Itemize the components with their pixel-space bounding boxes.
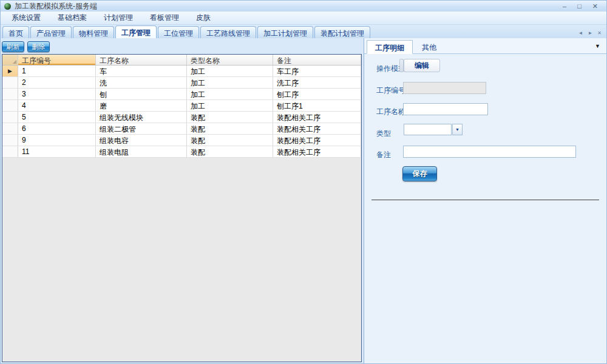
column-header-type-name[interactable]: 类型名称 <box>187 55 273 66</box>
maximize-icon[interactable]: □ <box>577 1 582 12</box>
table-row[interactable]: 9 组装电容 装配 装配相关工序 <box>2 135 361 146</box>
mode-toggle-nub[interactable] <box>399 59 404 72</box>
menu-bar: 系统设置 基础档案 计划管理 看板管理 皮肤 <box>1 12 606 25</box>
document-tabstrip: 首页 产品管理 物料管理 工序管理 工位管理 工艺路线管理 加工计划管理 装配计… <box>1 25 606 38</box>
table-row[interactable]: ▶ 1 车 加工 车工序 <box>2 66 361 77</box>
grid-cell[interactable]: 装配 <box>187 146 273 157</box>
close-icon[interactable]: ✕ <box>592 1 598 12</box>
refresh-button[interactable]: 刷新 <box>2 41 24 52</box>
grid-header-row: ◢ 工序编号 工序名称 类型名称 备注 <box>2 55 361 66</box>
row-indicator[interactable] <box>2 77 18 88</box>
grid-cell[interactable]: 2 <box>18 77 96 88</box>
grid-cell[interactable]: 6 <box>18 123 96 134</box>
close-tab-icon[interactable]: ✕ <box>597 30 602 36</box>
grid-cell[interactable]: 组装无线模块 <box>96 112 187 123</box>
row-indicator[interactable]: ▶ <box>2 66 18 76</box>
detail-form: 操作模式 编辑 工序编号 工序名称 类型 ▼ 备注 保存 <box>364 38 606 363</box>
grid-cell[interactable]: 组装电容 <box>96 135 187 146</box>
column-header-process-name[interactable]: 工序名称 <box>96 55 187 66</box>
grid-cell[interactable]: 1 <box>18 66 96 76</box>
row-indicator[interactable] <box>2 100 18 111</box>
menu-item-skin[interactable]: 皮肤 <box>188 11 219 25</box>
grid-cell[interactable]: 加工 <box>187 89 273 99</box>
scroll-left-icon[interactable]: ◄ <box>578 30 583 36</box>
grid-toolbar: 刷新 删除 <box>1 38 364 54</box>
remark-field[interactable] <box>403 146 576 158</box>
process-name-label: 工序名称 <box>376 107 405 117</box>
grid-cell[interactable]: 加工 <box>187 66 273 76</box>
grid-cell[interactable]: 刨工序 <box>273 89 361 99</box>
table-row[interactable]: 6 组装二极管 装配 装配相关工序 <box>2 123 361 135</box>
grid-cell[interactable]: 11 <box>18 146 96 157</box>
type-combo-dropdown-button[interactable]: ▼ <box>452 124 463 135</box>
process-grid: ◢ 工序编号 工序名称 类型名称 备注 ▶ 1 车 加工 车工序 2 洗 <box>2 54 362 362</box>
grid-cell[interactable]: 装配 <box>187 135 273 146</box>
select-all-triangle-icon: ◢ <box>13 59 16 64</box>
current-row-arrow-icon: ▶ <box>8 68 12 74</box>
row-indicator[interactable] <box>2 146 18 157</box>
grid-pane: 刷新 删除 ◢ 工序编号 工序名称 类型名称 备注 ▶ 1 车 加工 车工序 <box>1 38 364 363</box>
window-title: 加工装配模拟系统-服务端 <box>15 1 97 12</box>
grid-cell[interactable]: 洗 <box>96 77 187 88</box>
grid-cell[interactable]: 车工序 <box>273 66 361 76</box>
grid-cell[interactable]: 加工 <box>187 77 273 88</box>
grid-cell[interactable]: 3 <box>18 89 96 99</box>
grid-cell[interactable]: 刨 <box>96 89 187 99</box>
tab-station-management[interactable]: 工位管理 <box>158 26 199 38</box>
grid-cell[interactable]: 车 <box>96 66 187 76</box>
delete-button[interactable]: 删除 <box>27 41 50 52</box>
tab-material-management[interactable]: 物料管理 <box>73 26 114 38</box>
grid-cell[interactable]: 装配相关工序 <box>273 146 361 157</box>
edit-mode-button[interactable]: 编辑 <box>404 59 440 72</box>
panel-divider <box>371 200 599 200</box>
grid-cell[interactable]: 装配相关工序 <box>273 112 361 123</box>
row-indicator[interactable] <box>2 89 18 99</box>
grid-cell[interactable]: 5 <box>18 112 96 123</box>
grid-cell[interactable]: 磨 <box>96 100 187 111</box>
type-combo-field[interactable] <box>404 124 452 135</box>
grid-cell[interactable]: 装配 <box>187 112 273 123</box>
process-code-label: 工序编号 <box>376 86 405 96</box>
minimize-icon[interactable]: – <box>563 1 566 12</box>
menu-item-base-archive[interactable]: 基础档案 <box>49 11 95 25</box>
grid-cell[interactable]: 加工 <box>187 100 273 111</box>
tab-process-management[interactable]: 工序管理 <box>115 25 157 38</box>
tab-home[interactable]: 首页 <box>2 26 29 38</box>
grid-cell[interactable]: 装配相关工序 <box>273 123 361 134</box>
tab-product-management[interactable]: 产品管理 <box>30 26 72 38</box>
process-code-field[interactable] <box>403 82 486 94</box>
title-bar: 加工装配模拟系统-服务端 – □ ✕ <box>1 1 606 12</box>
tab-assembly-plan-management[interactable]: 装配计划管理 <box>314 26 370 38</box>
table-row[interactable]: 2 洗 加工 洗工序 <box>2 77 361 89</box>
table-row[interactable]: 3 刨 加工 刨工序 <box>2 89 361 100</box>
table-row[interactable]: 11 组装电阻 装配 装配相关工序 <box>2 146 361 158</box>
menu-item-board-management[interactable]: 看板管理 <box>141 11 188 25</box>
grid-cell[interactable]: 洗工序 <box>273 77 361 88</box>
select-all-cell[interactable]: ◢ <box>2 55 18 66</box>
process-name-field[interactable] <box>403 103 488 115</box>
column-header-remark[interactable]: 备注 <box>273 55 361 66</box>
column-header-process-code[interactable]: 工序编号 <box>18 55 96 66</box>
tab-machining-plan-management[interactable]: 加工计划管理 <box>257 26 313 38</box>
row-indicator[interactable] <box>2 123 18 134</box>
grid-cell[interactable]: 装配相关工序 <box>273 135 361 146</box>
type-label: 类型 <box>376 129 391 139</box>
main-area: 刷新 删除 ◢ 工序编号 工序名称 类型名称 备注 ▶ 1 车 加工 车工序 <box>1 38 606 363</box>
save-button[interactable]: 保存 <box>402 166 437 181</box>
row-indicator[interactable] <box>2 135 18 146</box>
menu-item-plan-management[interactable]: 计划管理 <box>95 11 141 25</box>
grid-cell[interactable]: 组装电阻 <box>96 146 187 157</box>
detail-panel: 工序明细 其他 ▼ 操作模式 编辑 工序编号 工序名称 类型 ▼ 备注 保存 <box>364 38 606 363</box>
row-indicator[interactable] <box>2 112 18 123</box>
grid-cell[interactable]: 刨工序1 <box>273 100 361 111</box>
table-row[interactable]: 5 组装无线模块 装配 装配相关工序 <box>2 112 361 123</box>
grid-cell[interactable]: 4 <box>18 100 96 111</box>
grid-cell[interactable]: 装配 <box>187 123 273 134</box>
scroll-right-icon[interactable]: ► <box>588 30 592 36</box>
menu-item-system-settings[interactable]: 系统设置 <box>3 11 49 25</box>
chevron-down-icon: ▼ <box>455 127 459 132</box>
grid-cell[interactable]: 组装二极管 <box>96 123 187 134</box>
tab-route-management[interactable]: 工艺路线管理 <box>200 26 256 38</box>
grid-cell[interactable]: 9 <box>18 135 96 146</box>
table-row[interactable]: 4 磨 加工 刨工序1 <box>2 100 361 112</box>
